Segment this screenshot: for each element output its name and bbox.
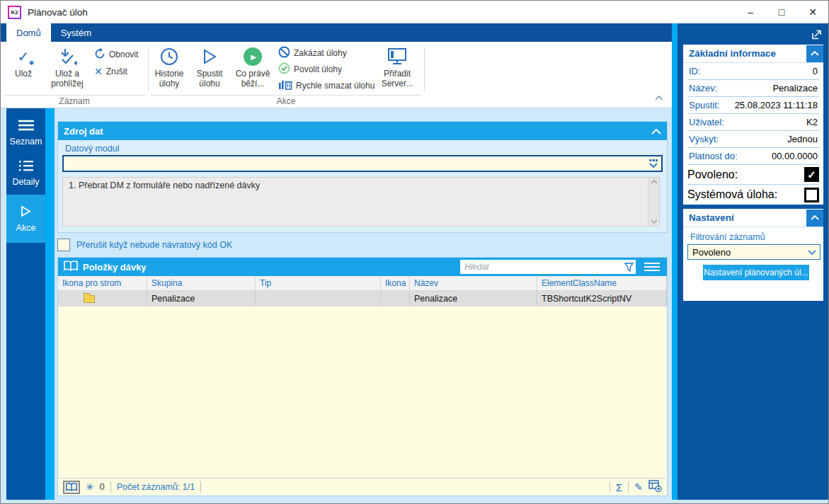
filter-selected-value: Povoleno	[692, 247, 731, 258]
ribbon-group-label: Záznam	[4, 95, 145, 107]
star-filter-icon[interactable]: ✳	[86, 481, 94, 493]
add-table-icon[interactable]	[648, 480, 662, 494]
quick-delete-task-button[interactable]: Rychle smazat úlohu	[278, 79, 375, 93]
menu-icon	[18, 120, 35, 133]
open-in-window-icon[interactable]	[811, 29, 822, 43]
cancel-button[interactable]: ✕ Zrušit	[94, 64, 127, 79]
grid-menu-icon[interactable]	[643, 263, 661, 271]
systemova-uloha-checkbox[interactable]	[804, 188, 819, 202]
filter-records-label: Filtrování záznamů	[690, 232, 823, 242]
view-sidebar: Seznam Detaily Akce	[6, 108, 45, 500]
field-row-nazev: Název: Penalizace	[687, 80, 819, 97]
refresh-icon	[94, 48, 105, 62]
cancel-x-icon: ✕	[94, 66, 103, 77]
assign-server-button[interactable]: Přiřadit Server...	[376, 45, 418, 96]
sidebar-item-seznam[interactable]: Seznam	[6, 114, 45, 152]
search-box	[460, 260, 636, 274]
whats-running-button[interactable]: ▶ Co právě běží...	[231, 45, 274, 96]
panel-title: Položky dávky	[83, 262, 147, 273]
close-button[interactable]: ✕	[797, 1, 828, 23]
save-button[interactable]: ✓✱ Ulož	[5, 45, 42, 96]
clock-icon	[160, 46, 178, 67]
sum-sigma-icon[interactable]: Σ	[616, 481, 622, 493]
basic-info-card: Základní informace ID: 0 Název: Penaliza…	[683, 45, 823, 205]
povoleno-row: Povoleno:	[687, 165, 819, 185]
field-row-vyskyt: Výskyt: Jednou	[687, 131, 819, 148]
status-separator	[628, 481, 629, 493]
disable-tasks-button[interactable]: Zakázat úlohy	[278, 46, 347, 60]
task-history-button[interactable]: Historie úlohy	[151, 45, 188, 96]
sidebar-item-detaily[interactable]: Detaily	[6, 154, 45, 193]
status-separator	[200, 481, 201, 493]
field-row-spustit: Spustit: 25.08.2023 11:11:18	[687, 97, 819, 114]
ribbon-tab-bar: Domů Systém	[1, 23, 672, 42]
datovy-modul-label: Datový modul	[65, 144, 119, 154]
run-task-button[interactable]: Spustit úlohu	[189, 45, 230, 96]
column-ikona-pro-strom[interactable]: Ikona pro strom	[58, 276, 147, 290]
table-row[interactable]: Penalizace Penalizace TBShortcutK2Script…	[58, 291, 667, 307]
search-input[interactable]	[460, 262, 622, 272]
column-ikona[interactable]: Ikona	[381, 276, 410, 290]
field-row-id: ID: 0	[687, 63, 819, 80]
play-outline-icon	[202, 46, 217, 67]
listbox-scrollbar[interactable]	[648, 178, 659, 226]
star-count: 0	[100, 482, 105, 492]
panel-title: Zdroj dat	[64, 126, 103, 137]
save-and-view-button[interactable]: ✱ Ulož a prohlížej	[45, 45, 90, 96]
table-body[interactable]	[59, 307, 666, 478]
column-nazev[interactable]: Název	[410, 276, 537, 290]
scheduled-tasks-settings-button[interactable]: Nastavení plánovaných úl...	[703, 265, 809, 280]
record-count: Počet záznamů: 1/1	[117, 482, 195, 492]
filter-funnel-icon[interactable]	[622, 263, 636, 272]
chevron-down-icon	[804, 250, 820, 255]
data-source-listbox[interactable]: 1. Přebrat DM z formuláře nebo nadřízené…	[62, 177, 660, 227]
tab-system[interactable]: Systém	[51, 23, 101, 42]
column-skupina[interactable]: Skupina	[147, 276, 256, 290]
datovy-modul-input[interactable]	[64, 159, 646, 168]
settings-card: Nastavení Filtrování záznamů Povoleno Na…	[683, 209, 823, 301]
filter-select[interactable]: Povoleno	[687, 244, 821, 260]
maximize-button[interactable]: □	[766, 1, 797, 23]
status-separator	[110, 481, 111, 493]
listbox-item[interactable]: 1. Přebrat DM z formuláře nebo nadřízené…	[63, 178, 659, 193]
ribbon-separator	[424, 47, 425, 91]
collapse-card-icon[interactable]	[806, 45, 823, 62]
minimize-button[interactable]: –	[735, 1, 766, 23]
select-from-list-icon[interactable]	[646, 159, 661, 168]
svg-text:✱: ✱	[74, 60, 77, 66]
block-icon	[278, 46, 290, 60]
refresh-button[interactable]: Obnovit	[94, 47, 138, 62]
polozky-davky-panel: Položky dávky Ikona pro strom Skupina Ti…	[57, 257, 668, 496]
k2-logo-icon: K2	[8, 6, 21, 19]
play-green-circle-icon: ▶	[244, 46, 262, 67]
povoleno-checkbox[interactable]	[804, 167, 819, 182]
book-icon	[64, 260, 78, 273]
sidebar-item-akce[interactable]: Akce	[6, 195, 45, 243]
edit-pencil-icon[interactable]: ✎	[634, 481, 643, 493]
check-circle-icon	[278, 62, 290, 76]
column-elementclassname[interactable]: ElementClassName	[537, 276, 667, 290]
save-check-icon: ✓✱	[18, 46, 30, 67]
basic-info-header: Základní informace	[683, 45, 823, 63]
play-icon	[21, 205, 31, 219]
collapse-section-icon[interactable]	[651, 126, 661, 137]
column-tip[interactable]: Tip	[256, 276, 381, 290]
sidebar-accent-stripe	[45, 108, 55, 500]
title-bar: K2 Plánovač úloh – □ ✕	[1, 1, 828, 23]
window-bottom-strip	[1, 500, 828, 503]
field-row-platnost-do: Platnost do: 00.00.0000	[687, 148, 819, 165]
card-title: Základní informace	[689, 48, 776, 59]
datovy-modul-input-wrap	[62, 155, 663, 172]
interrupt-checkbox[interactable]	[57, 239, 70, 251]
save-view-icon: ✱	[57, 46, 77, 67]
enable-tasks-button[interactable]: Povolit úlohy	[278, 62, 342, 76]
collapse-card-icon[interactable]	[806, 210, 823, 227]
app-window: K2 Plánovač úloh – □ ✕ Domů Systém ✓✱ Ul…	[0, 0, 829, 504]
zdroj-dat-header: Zdroj dat	[58, 122, 667, 140]
book-view-button[interactable]	[63, 481, 80, 494]
window-controls: – □ ✕	[735, 1, 828, 23]
collapse-ribbon-icon[interactable]	[655, 91, 663, 103]
server-monitor-icon	[387, 46, 407, 67]
k2-logo-text: K2	[9, 7, 20, 18]
tab-domu[interactable]: Domů	[6, 23, 51, 42]
